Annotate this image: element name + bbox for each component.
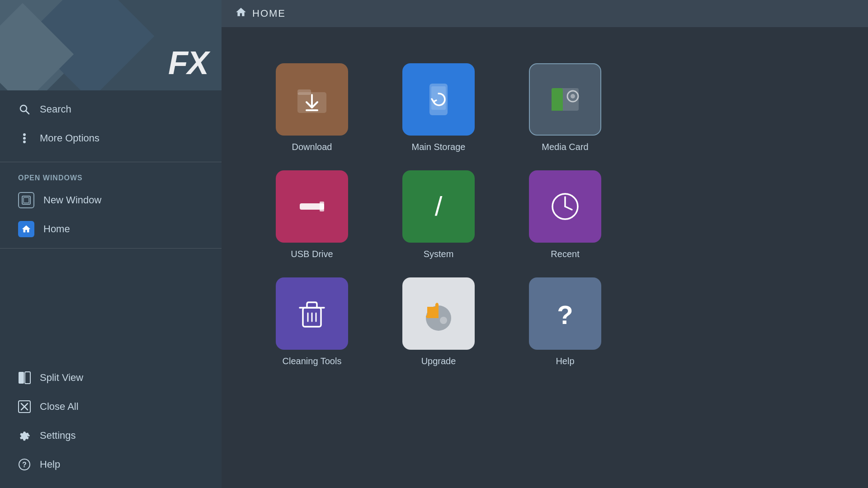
home-window-item[interactable]: Home	[0, 215, 222, 244]
more-options-label: More Options	[40, 132, 99, 144]
grid-item-media-card[interactable]: Media Card	[520, 63, 610, 152]
download-icon	[276, 63, 348, 136]
divider-1	[0, 162, 222, 162]
system-icon: /	[402, 170, 475, 243]
svg-point-2	[23, 133, 26, 136]
recent-icon	[529, 170, 601, 243]
grid-item-help[interactable]: ? Help	[520, 277, 610, 366]
upgrade-icon	[402, 277, 475, 350]
grid-item-main-storage[interactable]: Main Storage	[393, 63, 484, 152]
close-all-label: Close All	[40, 401, 79, 413]
system-label: System	[424, 249, 454, 259]
svg-rect-22	[552, 88, 563, 94]
recent-label: Recent	[551, 249, 579, 259]
more-options-nav-item[interactable]: More Options	[0, 124, 222, 153]
topbar-home-icon	[235, 6, 247, 21]
svg-rect-6	[24, 197, 29, 203]
grid-item-recent[interactable]: Recent	[520, 170, 610, 259]
settings-nav-item[interactable]: Settings	[0, 421, 222, 450]
split-view-label: Split View	[40, 372, 83, 384]
new-window-item[interactable]: New Window	[0, 186, 222, 215]
grid-item-system[interactable]: / System	[393, 170, 484, 259]
settings-label: Settings	[40, 430, 76, 441]
cleaning-tools-label: Cleaning Tools	[283, 356, 342, 366]
svg-point-37	[440, 317, 447, 324]
sidebar-nav: Search More Options	[0, 90, 222, 157]
close-all-icon	[18, 400, 31, 413]
split-view-icon	[18, 371, 31, 384]
svg-text:?: ?	[22, 461, 27, 469]
topbar: Home	[222, 0, 868, 27]
main-storage-label: Main Storage	[412, 142, 466, 152]
help-icon: ?	[529, 277, 601, 350]
help-label: Help	[40, 459, 60, 470]
help-grid-label: Help	[556, 356, 574, 366]
svg-point-24	[571, 94, 575, 99]
breadcrumb: Home	[252, 8, 286, 19]
grid-item-usb-drive[interactable]: USB Drive	[267, 170, 357, 259]
grid-item-download[interactable]: Download	[267, 63, 357, 152]
media-card-label: Media Card	[542, 142, 588, 152]
home-window-icon	[18, 221, 34, 237]
svg-rect-15	[297, 89, 311, 95]
grid-item-upgrade[interactable]: Upgrade	[393, 277, 484, 366]
search-icon	[18, 103, 31, 116]
search-nav-item[interactable]: Search	[0, 95, 222, 124]
main-storage-icon	[402, 63, 475, 136]
sidebar-bottom: Split View Close All Settings	[0, 363, 222, 488]
download-label: Download	[292, 142, 332, 152]
search-label: Search	[40, 103, 71, 115]
settings-icon	[18, 429, 31, 442]
svg-rect-21	[552, 93, 563, 111]
svg-text:/: /	[435, 191, 443, 221]
sidebar: FX Search More Options Op	[0, 0, 222, 488]
open-windows-section-label: Open Windows	[0, 167, 222, 186]
svg-point-3	[23, 137, 26, 140]
help-nav-item[interactable]: ? Help	[0, 450, 222, 479]
svg-text:?: ?	[557, 300, 573, 329]
new-window-icon	[18, 192, 34, 208]
svg-point-4	[23, 141, 26, 143]
split-view-nav-item[interactable]: Split View	[0, 363, 222, 392]
usb-drive-label: USB Drive	[291, 249, 333, 259]
home-grid: Download Main Storage	[222, 27, 868, 488]
close-all-nav-item[interactable]: Close All	[0, 392, 222, 421]
upgrade-label: Upgrade	[421, 356, 456, 366]
grid-item-cleaning-tools[interactable]: Cleaning Tools	[267, 277, 357, 366]
svg-rect-7	[19, 372, 24, 384]
svg-rect-19	[431, 86, 446, 110]
svg-line-1	[26, 111, 29, 114]
new-window-label: New Window	[43, 194, 101, 206]
main-content: Home Download	[222, 0, 868, 488]
usb-drive-icon	[276, 170, 348, 243]
svg-rect-8	[25, 372, 30, 384]
cleaning-tools-icon	[276, 277, 348, 350]
media-card-icon	[529, 63, 601, 136]
svg-line-30	[565, 206, 572, 210]
help-sidebar-icon: ?	[18, 458, 31, 471]
app-logo: FX	[168, 44, 208, 81]
divider-2	[0, 248, 222, 249]
svg-rect-26	[320, 202, 324, 211]
home-window-label: Home	[43, 223, 70, 235]
logo-area: FX	[0, 0, 222, 90]
more-options-icon	[18, 132, 31, 145]
